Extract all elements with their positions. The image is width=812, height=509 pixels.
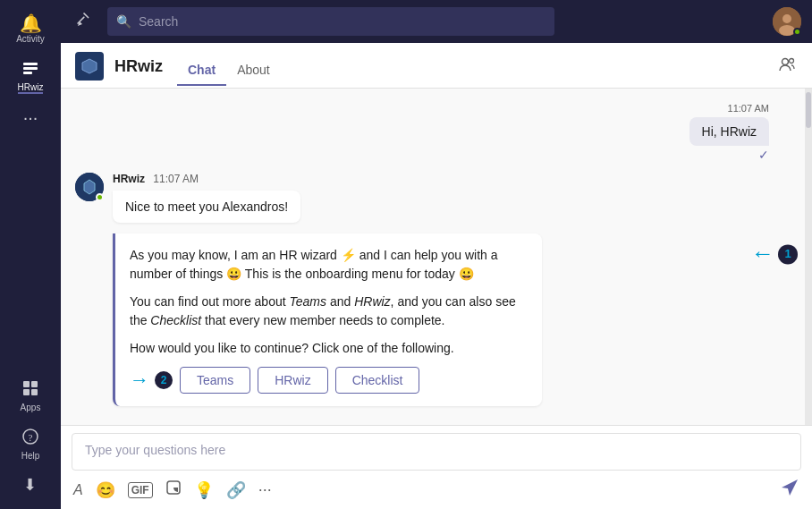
hrwiz-icon	[21, 58, 40, 81]
search-bar[interactable]: 🔍	[107, 7, 554, 36]
svg-rect-0	[23, 63, 38, 65]
input-area: Type your questions here A 😊 GIF 💡 🔗 ···	[61, 425, 812, 509]
svg-rect-6	[31, 389, 38, 395]
annotation-1-badge: 1	[778, 244, 798, 264]
svg-text:?: ?	[29, 432, 33, 443]
incoming-message-1: HRwiz 11:07 AM Nice to meet you Alexandr…	[75, 173, 791, 223]
sidebar: 🔔 Activity HRwiz ··· Apps	[0, 0, 61, 509]
outgoing-meta: 11:07 AM	[728, 103, 769, 114]
bot-status-dot	[96, 193, 104, 201]
annotation-2-badge: →	[130, 369, 149, 392]
more-options-icon[interactable]: ···	[258, 480, 272, 499]
scrollbar-thumb[interactable]	[806, 92, 811, 128]
check-icon: ✓	[758, 148, 769, 162]
search-icon: 🔍	[116, 14, 131, 29]
svg-rect-1	[23, 67, 38, 70]
content: HRwiz Chat About	[61, 43, 812, 509]
members-icon[interactable]	[778, 55, 798, 79]
card-buttons: → 2 Teams HRwiz Checklist	[130, 367, 528, 394]
main: 🔍 HRwiz Chat	[61, 0, 812, 509]
emoji-icon[interactable]: 😊	[96, 480, 115, 500]
svg-rect-2	[23, 72, 32, 74]
tab-chat[interactable]: Chat	[177, 55, 226, 86]
scrollbar[interactable]	[805, 89, 812, 425]
svg-point-15	[782, 58, 789, 64]
bot-avatar	[75, 173, 104, 201]
meeting-icon[interactable]: 💡	[194, 480, 214, 500]
topbar: 🔍	[61, 0, 812, 43]
card-text-2: You can find out more about Teams and HR…	[130, 293, 528, 330]
card-text-3: How would you like to continue? Click on…	[130, 339, 528, 358]
outgoing-time: 11:07 AM	[728, 103, 769, 114]
tab-about[interactable]: About	[226, 55, 281, 86]
incoming-time: 11:07 AM	[153, 173, 199, 185]
avatar[interactable]	[773, 7, 801, 36]
incoming-bubble-1: Nice to meet you Alexandros!	[113, 191, 300, 223]
annotation-2-number: 2	[155, 371, 173, 389]
svg-marker-18	[84, 180, 95, 194]
channel-logo	[75, 52, 104, 81]
channel-name: HRwiz	[114, 57, 163, 76]
channel-header-right	[778, 55, 798, 86]
download-icon: ⬇	[23, 475, 37, 495]
sidebar-item-help[interactable]: ? Help	[21, 420, 41, 468]
svg-rect-3	[23, 381, 30, 387]
outgoing-bubble: Hi, HRwiz	[689, 117, 769, 146]
compose-icon[interactable]	[72, 11, 97, 33]
svg-rect-4	[31, 381, 38, 387]
sidebar-label-activity: Activity	[16, 34, 45, 44]
sidebar-label-hrwiz: HRwiz	[18, 82, 44, 94]
sidebar-item-more[interactable]: ···	[0, 101, 61, 133]
help-icon: ?	[21, 427, 40, 449]
incoming-author-line: HRwiz 11:07 AM	[113, 173, 300, 185]
sidebar-label-apps: Apps	[21, 403, 41, 412]
svg-rect-5	[23, 389, 30, 395]
more-icon: ···	[23, 108, 38, 126]
sticker-icon[interactable]	[165, 479, 182, 500]
send-button[interactable]	[780, 478, 799, 502]
svg-point-16	[790, 58, 794, 63]
checklist-button[interactable]: Checklist	[335, 367, 420, 394]
svg-point-12	[782, 14, 791, 23]
hrwiz-button[interactable]: HRwiz	[258, 367, 327, 394]
teams-button[interactable]: Teams	[180, 367, 250, 394]
channel-tabs: Chat About	[177, 55, 281, 85]
channel-header: HRwiz Chat About	[61, 43, 812, 89]
card-text-1: As you may know, I am an HR wizard ⚡ and…	[130, 246, 528, 284]
chat-area: 11:07 AM Hi, HRwiz ✓	[61, 89, 805, 425]
sidebar-item-apps[interactable]: Apps	[21, 371, 41, 420]
sidebar-item-activity[interactable]: 🔔 Activity	[0, 7, 61, 51]
incoming-card-bubble: As you may know, I am an HR wizard ⚡ and…	[113, 233, 542, 406]
gif-icon[interactable]: GIF	[128, 482, 153, 498]
search-input[interactable]	[139, 14, 546, 29]
sidebar-label-help: Help	[21, 451, 40, 461]
topbar-right	[773, 7, 801, 36]
format-text-icon[interactable]: A	[73, 482, 83, 498]
sidebar-item-download[interactable]: ⬇	[21, 468, 41, 502]
input-toolbar: A 😊 GIF 💡 🔗 ···	[61, 474, 812, 509]
chat-wrapper: 11:07 AM Hi, HRwiz ✓	[61, 89, 812, 425]
avatar-status-dot	[793, 28, 801, 36]
incoming-card-message: As you may know, I am an HR wizard ⚡ and…	[75, 233, 791, 406]
outgoing-message: 11:07 AM Hi, HRwiz ✓	[75, 103, 791, 162]
svg-marker-14	[82, 59, 97, 73]
bot-name: HRwiz	[113, 173, 145, 185]
message-input[interactable]: Type your questions here	[72, 433, 801, 471]
annotation-1: ← 1	[751, 240, 798, 267]
apps-icon	[21, 378, 40, 401]
sidebar-item-hrwiz[interactable]: HRwiz	[0, 51, 61, 101]
bell-icon: 🔔	[20, 14, 42, 32]
link-icon[interactable]: 🔗	[226, 480, 246, 500]
